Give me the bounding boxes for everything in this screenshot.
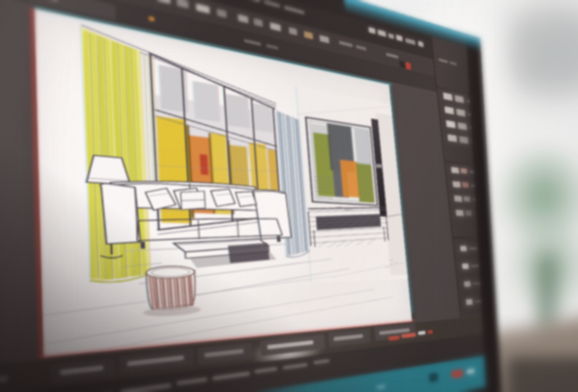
taskbar-item[interactable] xyxy=(376,384,385,390)
panel-tab[interactable] xyxy=(401,333,416,338)
menu-item[interactable] xyxy=(237,0,260,2)
toolbar-icon[interactable] xyxy=(196,3,210,13)
toolbar-icon[interactable] xyxy=(238,14,249,24)
panel-icon[interactable] xyxy=(456,109,466,116)
menu-item[interactable] xyxy=(378,30,386,37)
toolbar-icon[interactable] xyxy=(319,35,329,43)
menu-item[interactable] xyxy=(284,5,305,14)
panel-icon[interactable] xyxy=(462,264,469,269)
panel-icon[interactable] xyxy=(456,210,464,217)
toolbar-icon[interactable] xyxy=(157,0,171,4)
screen-surface xyxy=(0,0,536,392)
panel-tab[interactable] xyxy=(314,359,329,364)
panel-icon[interactable] xyxy=(460,168,467,174)
abstract-painting-sketch xyxy=(306,117,378,205)
document-tab[interactable] xyxy=(148,16,155,22)
panel-tab[interactable] xyxy=(0,376,8,386)
panel-icon[interactable] xyxy=(445,106,454,115)
toolbar-icon[interactable] xyxy=(304,31,313,39)
coffee-table-sketch xyxy=(173,238,276,268)
toolbar-icon[interactable] xyxy=(217,8,226,18)
panel-icon[interactable] xyxy=(453,181,461,188)
panel-icon[interactable] xyxy=(448,134,457,142)
panel-icon[interactable] xyxy=(464,281,471,287)
panel-icon[interactable] xyxy=(449,62,457,66)
panel-tab[interactable] xyxy=(418,331,426,335)
toolbar-icon[interactable] xyxy=(405,62,411,70)
toolbar-icon[interactable] xyxy=(177,0,189,8)
side-shelf-sketch xyxy=(180,189,205,210)
panel-icon[interactable] xyxy=(459,136,469,144)
panel-icon[interactable] xyxy=(458,122,468,130)
panel-tab[interactable] xyxy=(283,363,308,370)
panel-tab[interactable] xyxy=(389,335,399,341)
toolbar-icon[interactable] xyxy=(399,60,405,69)
pouf-sketch xyxy=(142,266,201,318)
panel-icon[interactable] xyxy=(451,167,459,174)
taskbar-item[interactable] xyxy=(467,368,475,374)
panel-icon[interactable] xyxy=(462,182,469,188)
toolbar-icon[interactable] xyxy=(339,40,353,47)
panel-tab[interactable] xyxy=(428,330,433,334)
panel-icon[interactable] xyxy=(469,247,477,250)
panel-icon[interactable] xyxy=(446,120,456,128)
taskbar-item[interactable] xyxy=(451,369,463,379)
toolbar-icon[interactable] xyxy=(253,18,262,27)
panel-icon[interactable] xyxy=(454,195,463,202)
taskbar-item[interactable] xyxy=(429,373,439,383)
toolbar-icon[interactable] xyxy=(270,22,281,31)
panel-icon[interactable] xyxy=(466,299,472,305)
menu-item[interactable] xyxy=(388,33,394,39)
panel-icon[interactable] xyxy=(455,95,465,103)
monitor xyxy=(0,0,578,392)
panel-icon[interactable] xyxy=(464,196,471,201)
toolbar-icon[interactable] xyxy=(356,45,367,51)
menu-item[interactable] xyxy=(418,41,424,48)
panel-tab[interactable] xyxy=(177,378,208,386)
panel-icon[interactable] xyxy=(460,246,467,251)
panel-tab[interactable] xyxy=(255,367,278,373)
toolbar-icon[interactable] xyxy=(289,27,297,36)
menu-item[interactable] xyxy=(264,0,281,8)
menu-item[interactable] xyxy=(369,27,376,34)
panel-icon[interactable] xyxy=(465,210,472,216)
document-tab[interactable] xyxy=(266,44,278,50)
scene xyxy=(0,0,578,392)
panel-icon[interactable] xyxy=(439,58,448,63)
document-tab[interactable] xyxy=(244,39,261,46)
panel-tab[interactable] xyxy=(121,384,171,392)
screen xyxy=(34,8,35,9)
menu-item[interactable] xyxy=(396,34,402,42)
toolbar-icon[interactable] xyxy=(386,52,398,58)
menu-item[interactable] xyxy=(405,38,416,45)
panel-tab[interactable] xyxy=(212,371,250,381)
panel-icon[interactable] xyxy=(443,92,453,101)
panel-icon[interactable] xyxy=(471,265,479,267)
